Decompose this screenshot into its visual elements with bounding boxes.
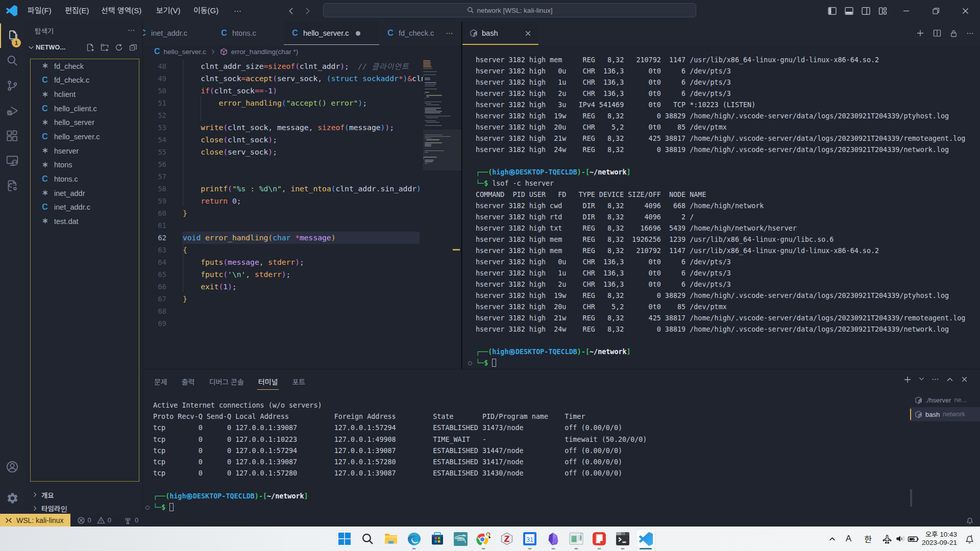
new-folder-icon[interactable]: [101, 43, 109, 52]
terminal-list-item-bash[interactable]: $bashnetwork: [910, 407, 980, 421]
code-line-68[interactable]: 68: [143, 305, 423, 317]
taskbar-kali-icon[interactable]: KALI: [451, 530, 470, 548]
taskbar-calendar-icon[interactable]: 31: [521, 530, 539, 548]
code-line-55[interactable]: 55 close(serv_sock);: [143, 146, 423, 158]
ports-status[interactable]: 0: [124, 516, 138, 524]
taskbar-edge-icon[interactable]: [405, 530, 423, 548]
more-actions-icon[interactable]: [966, 30, 974, 37]
code-line-61[interactable]: 61: [143, 219, 423, 232]
ime-latin-indicator[interactable]: A: [846, 534, 851, 544]
customize-layout-icon[interactable]: [874, 7, 891, 15]
code-line-52[interactable]: 52: [143, 109, 423, 121]
refresh-explorer-icon[interactable]: [115, 43, 123, 52]
file-item-htons[interactable]: htons: [31, 158, 139, 172]
code-line-56[interactable]: 56: [143, 158, 423, 170]
terminal-profile-chevron-icon[interactable]: [918, 375, 925, 384]
tray-chevron-up-icon[interactable]: [828, 535, 836, 543]
taskbar-explorer-icon[interactable]: [382, 530, 400, 548]
terminal-list-item-hserver[interactable]: $./hserverne...: [910, 393, 980, 407]
code-line-53[interactable]: 53 write(clnt_sock, message, sizeof(mess…: [143, 121, 423, 134]
lock-group-icon[interactable]: [950, 30, 958, 37]
activity-cpp-tools[interactable]: [0, 173, 24, 198]
code-line-63[interactable]: 63{: [143, 244, 423, 256]
breadcrumbs[interactable]: C hello_server.c error_handling(char *): [143, 45, 461, 58]
terminal-scrollbar[interactable]: [910, 489, 912, 507]
taskbar-terminal-icon[interactable]: [614, 530, 632, 548]
taskbar-store-icon[interactable]: [428, 530, 447, 548]
window-minimize-button[interactable]: [891, 0, 921, 21]
code-editor[interactable]: 48 clnt_addr_size=sizeof(clnt_addr); // …: [143, 58, 461, 369]
tab-fd_check.c[interactable]: C fd_check.c: [379, 21, 442, 45]
window-close-button[interactable]: [950, 0, 980, 21]
taskbar-chrome-icon[interactable]: [474, 530, 493, 548]
taskbar-vscode-icon[interactable]: [636, 530, 655, 548]
section-chevron-icon[interactable]: [28, 44, 35, 51]
activity-remote-explorer[interactable]: [0, 148, 24, 173]
terminal-panel[interactable]: Active Internet connections (w/o servers…: [153, 400, 919, 514]
new-terminal-icon[interactable]: [903, 375, 912, 384]
nav-back-icon[interactable]: [287, 7, 296, 15]
remote-indicator[interactable]: WSL: kali-linux: [0, 514, 70, 527]
file-item-fd_check.c[interactable]: Cfd_check.c: [31, 73, 139, 88]
ime-korean-indicator[interactable]: 한: [864, 533, 872, 545]
file-item-inet_addr.c[interactable]: Cinet_addr.c: [31, 200, 139, 214]
panel-tab-output[interactable]: 출력: [181, 373, 196, 390]
code-line-59[interactable]: 59 return 0;: [143, 195, 423, 207]
sidebar-more-actions-icon[interactable]: [128, 27, 135, 34]
file-item-htons.c[interactable]: Chtons.c: [31, 172, 139, 186]
maximize-panel-icon[interactable]: [946, 375, 954, 384]
panel-tab-terminal[interactable]: 터미널: [257, 373, 279, 390]
terminal-bash-editor[interactable]: hserver 3182 high mem REG 8,32 210792 11…: [476, 55, 980, 369]
code-line-51[interactable]: 51 error_handling("accept() error");: [143, 97, 423, 109]
volume-icon[interactable]: [895, 534, 905, 544]
focus-assist-bell-icon[interactable]: z: [964, 534, 975, 544]
close-panel-icon[interactable]: [961, 375, 968, 384]
nav-forward-icon[interactable]: [303, 7, 312, 15]
toggle-secondary-sidebar-icon[interactable]: [857, 7, 874, 15]
activity-source-control[interactable]: [0, 73, 24, 98]
code-line-64[interactable]: 64 fputs(message, stderr);: [143, 256, 423, 268]
file-item-hello_server.c[interactable]: Chello_server.c: [31, 130, 139, 144]
code-line-48[interactable]: 48 clnt_addr_size=sizeof(clnt_addr); // …: [143, 60, 423, 72]
modified-dot[interactable]: [356, 31, 360, 36]
activity-settings[interactable]: [0, 486, 24, 510]
battery-icon[interactable]: [908, 533, 919, 545]
taskbar-obsidian-icon[interactable]: [544, 530, 562, 548]
new-editor-icon[interactable]: [916, 29, 924, 37]
toggle-sidebar-icon[interactable]: [824, 7, 841, 15]
activity-search[interactable]: [0, 48, 24, 73]
minimap[interactable]: [423, 58, 452, 369]
code-line-54[interactable]: 54 close(clnt_sock);: [143, 134, 423, 146]
code-line-50[interactable]: 50 if(clnt_sock==-1): [143, 85, 423, 97]
split-editor-icon[interactable]: [933, 29, 941, 37]
file-item-hserver[interactable]: hserver: [31, 144, 139, 158]
file-item-fd_check[interactable]: fd_check: [31, 59, 139, 73]
problems-status[interactable]: 0 0: [77, 516, 111, 524]
timeline-section[interactable]: 타임라인: [24, 502, 142, 515]
tab-overflow-button[interactable]: [446, 21, 453, 45]
code-line-60[interactable]: 60}: [143, 207, 423, 219]
activity-extensions[interactable]: [0, 123, 24, 148]
taskbar-notes-icon[interactable]: [590, 530, 608, 548]
clock[interactable]: 오후 10:43 2023-09-21: [922, 531, 957, 547]
code-line-66[interactable]: 66 exit(1);: [143, 281, 423, 293]
file-item-test.dat[interactable]: test.dat: [31, 214, 139, 229]
menu-item-4[interactable]: 이동(G): [193, 0, 218, 21]
taskbar-viewer-icon[interactable]: [567, 530, 585, 548]
panel-tab-debug-console[interactable]: 디버그 콘솔: [208, 373, 245, 390]
file-item-hclient[interactable]: hclient: [31, 87, 139, 102]
panel-more-icon[interactable]: [932, 375, 939, 384]
section-label[interactable]: NETWO...: [36, 44, 66, 51]
notifications-bell-icon[interactable]: [966, 516, 974, 524]
breadcrumb-file[interactable]: hello_server.c: [164, 48, 206, 56]
taskbar-start-icon[interactable]: [335, 530, 354, 548]
window-restore-button[interactable]: [921, 0, 950, 21]
taskbar-search-icon[interactable]: [358, 530, 377, 548]
activity-account[interactable]: [0, 455, 24, 479]
new-file-icon[interactable]: [86, 43, 94, 52]
outline-section[interactable]: 개요: [24, 488, 142, 502]
toggle-panel-icon[interactable]: [841, 7, 857, 15]
file-item-hello_client.c[interactable]: Chello_client.c: [31, 102, 139, 116]
tab-htons.c[interactable]: C htons.c: [213, 21, 284, 45]
vscode-logo-icon[interactable]: [6, 5, 17, 16]
